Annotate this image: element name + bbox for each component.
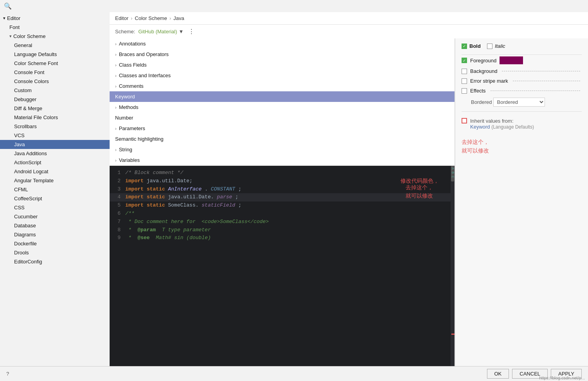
breadcrumb-editor[interactable]: Editor [115,15,128,21]
expand-icon: › [115,52,117,57]
foreground-label: Foreground [470,58,496,64]
inherit-link[interactable]: Keyword [470,124,490,130]
help-button[interactable]: ? [6,371,9,377]
tree-item-classes-interfaces[interactable]: › Classes and Interfaces [110,70,455,81]
code-line: 2 import java.util.Date; [110,177,455,185]
tree-item-semantic[interactable]: Semantic highlighting [110,134,455,144]
sidebar-item-font[interactable]: Font [0,23,110,32]
sidebar-editor-label: Editor [7,15,20,21]
background-checkbox[interactable] [462,69,467,74]
breadcrumb-color-scheme[interactable]: Color Scheme [135,15,167,21]
tree-label: Classes and Interfaces [119,73,171,78]
sidebar-item-java[interactable]: Java [0,140,110,149]
foreground-color-swatch[interactable] [500,56,523,64]
sidebar-item-css[interactable]: CSS [0,203,110,212]
sidebar-item-color-scheme-font[interactable]: Color Scheme Font [0,59,110,68]
scheme-menu-button[interactable]: ⋮ [188,28,195,35]
expand-icon: › [115,42,117,46]
sidebar-item-color-scheme[interactable]: ▾ Color Scheme [0,32,110,41]
error-stripe-row: Error stripe mark [462,78,582,84]
tree-item-parameters[interactable]: › Parameters [110,123,455,134]
italic-option: Italic [487,43,505,49]
sidebar-item-diagrams[interactable]: Diagrams [0,230,110,239]
search-icon[interactable]: 🔍 [4,2,12,10]
sidebar-item-cfml[interactable]: CFML [0,185,110,194]
main-layout: Editor Font ▾ Color Scheme General Langu… [0,12,588,366]
right-annotation: 去掉这个， 就可以修改 [462,138,582,155]
tree-label: Class Fields [119,62,147,68]
tree-item-braces[interactable]: › Braces and Operators [110,49,455,60]
sidebar-item-java-additions[interactable]: Java Additions [0,149,110,158]
expand-icon: › [115,126,117,131]
scheme-label: Scheme: [115,29,135,34]
expand-icon: › [115,158,117,163]
ok-button[interactable]: OK [487,369,509,379]
tree-list: › Annotations › Braces and Operators › C… [110,38,455,166]
tree-label: Variables [119,157,140,163]
scheme-dropdown[interactable]: GitHub (Material) ▼ [138,29,184,34]
tree-label: Braces and Operators [119,51,169,57]
tree-item-class-fields[interactable]: › Class Fields [110,60,455,70]
effects-dashes [491,91,580,91]
effects-row: Effects [462,88,582,94]
abc-indicator: A B C [451,167,455,178]
tree-item-number[interactable]: Number [110,112,455,123]
sidebar-item-database[interactable]: Database [0,221,110,230]
sidebar-item-console-colors[interactable]: Console Colors [0,77,110,86]
effects-checkbox[interactable] [462,88,467,94]
scroll-error-mark [451,334,455,335]
inherit-checkbox[interactable] [462,118,467,123]
tree-item-string[interactable]: › String [110,144,455,155]
effects-type-row: Bordered Bordered Underscored Bold under… [471,98,582,107]
sidebar-item-editorconfig[interactable]: EditorConfig [0,257,110,266]
sidebar-item-angular-template[interactable]: Angular Template [0,176,110,185]
sidebar-editor-header[interactable]: Editor [0,14,110,23]
italic-checkbox[interactable] [487,44,492,49]
tree-item-keyword[interactable]: Keyword [110,91,455,102]
sidebar-item-scrollbars[interactable]: Scrollbars [0,122,110,131]
sidebar-item-custom[interactable]: Custom [0,86,110,95]
inherit-row: Inherit values from: Keyword (Language D… [462,118,582,130]
sidebar-item-material-file-colors[interactable]: Material File Colors [0,113,110,122]
code-line: 9 * @see Math# sin (double) [110,234,455,242]
sidebar-item-actionscript[interactable]: ActionScript [0,158,110,167]
right-panel: Bold Italic Foreground [455,38,588,366]
sidebar-item-debugger[interactable]: Debugger [0,95,110,104]
expand-icon: › [115,147,117,152]
sidebar-item-coffeescript[interactable]: CoffeeScript [0,194,110,203]
breadcrumb: Editor › Color Scheme › Java [110,12,588,25]
sidebar-item-vcs[interactable]: VCS [0,131,110,140]
tree-item-annotations[interactable]: › Annotations [110,38,455,49]
bold-label: Bold [469,43,481,49]
sidebar-item-diff-merge[interactable]: Diff & Merge [0,104,110,113]
tree-item-comments[interactable]: › Comments [110,81,455,91]
background-label: Background [470,68,497,74]
scheme-name: GitHub (Material) [138,29,177,34]
error-stripe-label: Error stripe mark [470,78,508,84]
error-stripe-dashes [513,81,580,81]
content-area: Editor › Color Scheme › Java Scheme: Git… [110,12,588,366]
sidebar-item-console-font[interactable]: Console Font [0,68,110,77]
inherit-sub: (Language Defaults) [491,124,534,130]
sidebar-item-android-logcat[interactable]: Android Logcat [0,167,110,176]
bold-checkbox[interactable] [462,44,467,49]
scrollbar-track[interactable]: A B C [451,166,455,366]
tree-label: Annotations [119,41,146,47]
tree-item-methods[interactable]: › Methods [110,102,455,112]
effects-type-select[interactable]: Bordered Underscored Bold underscored Do… [493,98,545,107]
sidebar-item-dockerfile[interactable]: Dockerfile [0,239,110,248]
tree-item-variables[interactable]: › Variables [110,155,455,165]
background-row: Background [462,68,582,74]
error-stripe-checkbox[interactable] [462,78,467,84]
sidebar-item-cucumber[interactable]: Cucumber [0,212,110,221]
code-line: 3 import static AnInterface . CONSTANT ; [110,185,455,194]
code-preview: 1 /* Block comment */ 2 import java.util… [110,166,455,366]
sidebar-item-language-defaults[interactable]: Language Defaults [0,50,110,59]
inherit-text: Inherit values from: Keyword (Language D… [470,118,534,130]
sidebar-item-drools[interactable]: Drools [0,248,110,257]
annotation-line2: 就可以修改 [462,146,582,155]
sidebar-item-general[interactable]: General [0,41,110,50]
foreground-checkbox[interactable] [462,58,467,63]
expand-icon: › [115,105,117,110]
code-line: 1 /* Block comment */ [110,169,455,177]
